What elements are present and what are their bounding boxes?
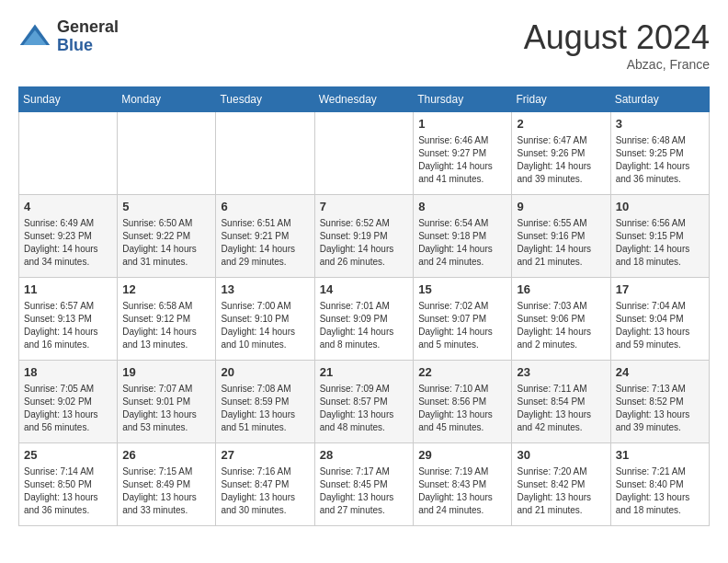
day-info: Sunrise: 7:14 AMSunset: 8:50 PMDaylight:…: [24, 465, 112, 517]
day-info: Sunrise: 7:16 AMSunset: 8:47 PMDaylight:…: [221, 465, 309, 517]
day-info: Sunrise: 6:49 AMSunset: 9:23 PMDaylight:…: [24, 217, 112, 269]
day-cell: 21Sunrise: 7:09 AMSunset: 8:57 PMDayligh…: [314, 361, 414, 443]
day-cell: 5Sunrise: 6:50 AMSunset: 9:22 PMDaylight…: [118, 195, 216, 278]
day-cell: 8Sunrise: 6:54 AMSunset: 9:18 PMDaylight…: [414, 195, 512, 278]
weekday-header-row: SundayMondayTuesdayWednesdayThursdayFrid…: [19, 87, 710, 112]
day-number: 13: [221, 282, 309, 298]
day-cell: 23Sunrise: 7:11 AMSunset: 8:54 PMDayligh…: [512, 361, 610, 443]
week-row-5: 25Sunrise: 7:14 AMSunset: 8:50 PMDayligh…: [19, 443, 710, 526]
calendar: SundayMondayTuesdayWednesdayThursdayFrid…: [18, 86, 710, 526]
day-info: Sunrise: 7:05 AMSunset: 9:02 PMDaylight:…: [24, 383, 112, 434]
logo-icon: [18, 20, 51, 53]
day-number: 9: [517, 199, 605, 215]
day-number: 20: [221, 364, 309, 381]
week-row-3: 11Sunrise: 6:57 AMSunset: 9:13 PMDayligh…: [19, 278, 710, 361]
day-info: Sunrise: 7:15 AMSunset: 8:49 PMDaylight:…: [122, 465, 210, 517]
weekday-sunday: Sunday: [19, 87, 118, 112]
day-cell: 11Sunrise: 6:57 AMSunset: 9:13 PMDayligh…: [19, 278, 118, 361]
day-cell: [19, 112, 118, 195]
day-cell: 15Sunrise: 7:02 AMSunset: 9:07 PMDayligh…: [414, 278, 512, 361]
day-number: 6: [221, 199, 309, 215]
weekday-wednesday: Wednesday: [314, 87, 414, 112]
day-number: 1: [418, 116, 506, 132]
day-info: Sunrise: 7:17 AMSunset: 8:45 PMDaylight:…: [320, 465, 409, 517]
day-number: 27: [221, 447, 309, 464]
day-cell: 9Sunrise: 6:55 AMSunset: 9:16 PMDaylight…: [512, 195, 610, 278]
day-number: 8: [418, 199, 506, 215]
day-cell: 19Sunrise: 7:07 AMSunset: 9:01 PMDayligh…: [118, 361, 216, 443]
day-info: Sunrise: 7:08 AMSunset: 8:59 PMDaylight:…: [221, 383, 309, 434]
day-number: 31: [616, 447, 704, 464]
day-info: Sunrise: 7:07 AMSunset: 9:01 PMDaylight:…: [122, 383, 210, 434]
day-number: 2: [517, 116, 605, 132]
day-number: 16: [517, 282, 605, 298]
day-cell: 17Sunrise: 7:04 AMSunset: 9:04 PMDayligh…: [610, 278, 709, 361]
day-info: Sunrise: 6:46 AMSunset: 9:27 PMDaylight:…: [418, 134, 506, 186]
day-number: 18: [24, 364, 112, 381]
day-cell: 31Sunrise: 7:21 AMSunset: 8:40 PMDayligh…: [610, 443, 709, 526]
day-number: 25: [24, 447, 112, 464]
day-info: Sunrise: 7:01 AMSunset: 9:09 PMDaylight:…: [320, 300, 409, 351]
weekday-saturday: Saturday: [610, 87, 709, 112]
day-info: Sunrise: 7:21 AMSunset: 8:40 PMDaylight:…: [616, 465, 704, 517]
day-cell: 10Sunrise: 6:56 AMSunset: 9:15 PMDayligh…: [610, 195, 709, 278]
day-number: 15: [418, 282, 506, 298]
weekday-thursday: Thursday: [414, 87, 512, 112]
day-info: Sunrise: 7:09 AMSunset: 8:57 PMDaylight:…: [320, 383, 409, 434]
location: Abzac, France: [524, 57, 710, 72]
weekday-monday: Monday: [118, 87, 216, 112]
day-number: 21: [320, 364, 409, 381]
logo-general: General: [57, 17, 119, 36]
day-info: Sunrise: 6:47 AMSunset: 9:26 PMDaylight:…: [517, 134, 605, 186]
day-number: 11: [24, 282, 112, 298]
day-info: Sunrise: 6:58 AMSunset: 9:12 PMDaylight:…: [122, 300, 210, 351]
day-number: 29: [418, 447, 506, 464]
day-number: 19: [122, 364, 210, 381]
day-cell: 12Sunrise: 6:58 AMSunset: 9:12 PMDayligh…: [118, 278, 216, 361]
day-info: Sunrise: 7:02 AMSunset: 9:07 PMDaylight:…: [418, 300, 506, 351]
day-number: 12: [122, 282, 210, 298]
logo: General Blue: [18, 18, 119, 55]
day-info: Sunrise: 7:20 AMSunset: 8:42 PMDaylight:…: [517, 465, 605, 517]
month-year: August 2024: [524, 18, 710, 57]
day-number: 23: [517, 364, 605, 381]
day-cell: 4Sunrise: 6:49 AMSunset: 9:23 PMDaylight…: [19, 195, 118, 278]
day-number: 24: [616, 364, 704, 381]
day-number: 3: [616, 116, 704, 132]
day-cell: 6Sunrise: 6:51 AMSunset: 9:21 PMDaylight…: [216, 195, 314, 278]
day-cell: 20Sunrise: 7:08 AMSunset: 8:59 PMDayligh…: [216, 361, 314, 443]
day-info: Sunrise: 6:51 AMSunset: 9:21 PMDaylight:…: [221, 217, 309, 269]
day-info: Sunrise: 7:00 AMSunset: 9:10 PMDaylight:…: [221, 300, 309, 351]
day-info: Sunrise: 6:48 AMSunset: 9:25 PMDaylight:…: [616, 134, 704, 186]
page-header: General Blue August 2024 Abzac, France: [18, 18, 710, 72]
day-cell: 3Sunrise: 6:48 AMSunset: 9:25 PMDaylight…: [610, 112, 709, 195]
day-number: 5: [122, 199, 210, 215]
day-info: Sunrise: 6:56 AMSunset: 9:15 PMDaylight:…: [616, 217, 704, 269]
day-info: Sunrise: 6:50 AMSunset: 9:22 PMDaylight:…: [122, 217, 210, 269]
logo-text: General Blue: [57, 18, 119, 55]
day-info: Sunrise: 7:03 AMSunset: 9:06 PMDaylight:…: [517, 300, 605, 351]
day-info: Sunrise: 6:52 AMSunset: 9:19 PMDaylight:…: [320, 217, 409, 269]
day-cell: 25Sunrise: 7:14 AMSunset: 8:50 PMDayligh…: [19, 443, 118, 526]
day-number: 14: [320, 282, 409, 298]
day-info: Sunrise: 7:19 AMSunset: 8:43 PMDaylight:…: [418, 465, 506, 517]
day-info: Sunrise: 7:11 AMSunset: 8:54 PMDaylight:…: [517, 383, 605, 434]
day-cell: 30Sunrise: 7:20 AMSunset: 8:42 PMDayligh…: [512, 443, 610, 526]
title-block: August 2024 Abzac, France: [524, 18, 710, 72]
day-info: Sunrise: 7:10 AMSunset: 8:56 PMDaylight:…: [418, 383, 506, 434]
day-number: 22: [418, 364, 506, 381]
week-row-4: 18Sunrise: 7:05 AMSunset: 9:02 PMDayligh…: [19, 361, 710, 443]
day-cell: 13Sunrise: 7:00 AMSunset: 9:10 PMDayligh…: [216, 278, 314, 361]
day-number: 26: [122, 447, 210, 464]
day-number: 4: [24, 199, 112, 215]
day-cell: 16Sunrise: 7:03 AMSunset: 9:06 PMDayligh…: [512, 278, 610, 361]
day-cell: 26Sunrise: 7:15 AMSunset: 8:49 PMDayligh…: [118, 443, 216, 526]
day-cell: 24Sunrise: 7:13 AMSunset: 8:52 PMDayligh…: [610, 361, 709, 443]
day-cell: [118, 112, 216, 195]
week-row-2: 4Sunrise: 6:49 AMSunset: 9:23 PMDaylight…: [19, 195, 710, 278]
day-info: Sunrise: 6:55 AMSunset: 9:16 PMDaylight:…: [517, 217, 605, 269]
day-cell: 7Sunrise: 6:52 AMSunset: 9:19 PMDaylight…: [314, 195, 414, 278]
day-info: Sunrise: 6:54 AMSunset: 9:18 PMDaylight:…: [418, 217, 506, 269]
day-cell: 22Sunrise: 7:10 AMSunset: 8:56 PMDayligh…: [414, 361, 512, 443]
day-number: 17: [616, 282, 704, 298]
